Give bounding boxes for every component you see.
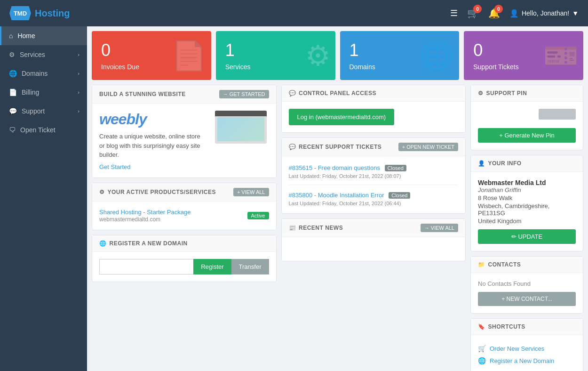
sidebar-label-open-ticket: Open Ticket [20,126,56,134]
contacts-body: No Contacts Found + NEW CONTACT... [471,273,583,313]
sidebar-item-billing[interactable]: 📄 Billing › [0,83,87,102]
logo-badge: TMD [9,6,31,20]
info-address2: Wisbech, Cambridgeshire, PE131SG [478,202,576,217]
support-pin-body: ●●●●● + Generate New Pin [471,102,583,150]
tickets-panel-body: #835615 - Free domain questions Closed L… [282,156,466,213]
billing-icon: 📄 [9,89,17,96]
hamburger-icon[interactable]: ☰ [450,8,458,18]
service-row: Shared Hosting - Starter Package webmast… [99,209,269,223]
active-services-body: Shared Hosting - Starter Package webmast… [92,202,276,230]
stat-card-domains[interactable]: 1 Domains 🌐 [340,31,460,80]
ticket-link-1[interactable]: #835615 - Free domain questions Closed [289,164,406,171]
sidebar-label-support: Support [22,107,45,115]
control-panel-login-button[interactable]: Log in (webmastermedialtd.com) [289,109,395,125]
stat-card-tickets[interactable]: 0 Support Tickets 🎫 [464,31,583,80]
sidebar-item-support[interactable]: 💬 Support › [0,102,87,121]
open-ticket-icon: 🗨 [9,126,16,134]
domains-icon: 🌐 [9,70,17,77]
main-layout: ⌂ Home ⚙ Services › 🌐 Domains › 📄 Billin… [0,26,588,371]
domain-register-title: 🌐 REGISTER A NEW DOMAIN [99,240,188,247]
weebly-panel-header: BUILD A STUNNING WEBSITE → GET STARTED [92,85,276,104]
sidebar-item-open-ticket[interactable]: 🗨 Open Ticket [0,121,87,139]
sidebar-label-home: Home [17,32,35,40]
nav-right: ☰ 🛒 0 🔔 0 👤 Hello, Jonathan! ▼ [450,8,579,19]
service-link[interactable]: Shared Hosting - Starter Package [99,209,191,216]
weebly-description: Create a unique website, online store or… [99,132,206,160]
open-new-ticket-button[interactable]: + OPEN NEW TICKET [398,143,458,151]
your-info-body: Webmaster Media Ltd Jonathan Griffin 8 R… [471,172,583,251]
weebly-panel-title: BUILD A STUNNING WEBSITE [99,91,186,97]
domain-input[interactable] [99,259,193,274]
ticket-badge-2: Closed [389,192,410,199]
domain-register-panel: 🌐 REGISTER A NEW DOMAIN Register Transfe… [92,235,277,282]
ticket-item-2: #835800 - Moodle Installation Error Clos… [289,191,459,206]
weebly-mock-screen [217,117,264,141]
invoices-bg-icon: 📄 [171,39,207,73]
sidebar-item-services[interactable]: ⚙ Services › [0,45,87,64]
domain-register-body: Register Transfer [92,252,276,282]
sidebar: ⌂ Home ⚙ Services › 🌐 Domains › 📄 Billin… [0,26,87,371]
support-pin-panel: ⚙ SUPPORT PIN ●●●●● + Generate New Pin [470,85,583,150]
control-panel-body: Log in (webmastermedialtd.com) [282,102,466,132]
info-company: Webmaster Media Ltd [478,179,576,186]
services-panel-icon: ⚙ [99,189,105,195]
weebly-get-started-button[interactable]: → GET STARTED [219,90,269,98]
sidebar-item-home[interactable]: ⌂ Home [0,26,87,45]
cart-button[interactable]: 🛒 0 [467,8,479,19]
domain-register-header: 🌐 REGISTER A NEW DOMAIN [92,235,276,252]
ticket-link-2[interactable]: #835800 - Moodle Installation Error Clos… [289,192,411,199]
billing-arrow-icon: › [78,89,79,95]
sidebar-item-domains[interactable]: 🌐 Domains › [0,64,87,83]
your-info-panel: 👤 YOUR INFO Webmaster Media Ltd Jonathan… [470,155,583,251]
ticket-item-1: #835615 - Free domain questions Closed L… [289,163,459,185]
ticket-badge-1: Closed [385,165,406,171]
middle-column: 💬 CONTROL PANEL ACCESS Log in (webmaster… [281,85,466,371]
stat-card-invoices[interactable]: 0 Invoices Due 📄 [92,31,211,80]
support-pin-icon: ⚙ [478,90,484,97]
weebly-panel: BUILD A STUNNING WEBSITE → GET STARTED w… [92,85,277,178]
logo-tmd: TMD [14,10,27,17]
main-three-col: BUILD A STUNNING WEBSITE → GET STARTED w… [92,85,583,371]
domain-transfer-button[interactable]: Transfer [231,259,269,274]
tickets-icon: 💬 [289,144,296,150]
service-status-badge: Active [247,212,269,219]
user-greeting: Hello, Jonathan! [522,9,569,17]
bell-button[interactable]: 🔔 0 [488,8,500,19]
cart-shortcut-icon: 🛒 [478,345,486,352]
active-services-panel: ⚙ YOUR ACTIVE PRODUCTS/SERVICES + VIEW A… [92,183,277,230]
tickets-bg-icon: 🎫 [543,39,579,73]
generate-pin-button[interactable]: + Generate New Pin [478,128,576,143]
control-panel-header: 💬 CONTROL PANEL ACCESS [282,85,466,102]
user-menu[interactable]: 👤 Hello, Jonathan! ▼ [509,9,579,18]
update-info-button[interactable]: ✏ UPDATE [478,229,576,244]
bell-badge: 0 [494,5,503,13]
shortcut-logout[interactable]: ← Logout [478,367,576,371]
active-services-title: ⚙ YOUR ACTIVE PRODUCTS/SERVICES [99,189,216,195]
contacts-icon: 📁 [478,261,485,268]
news-icon: 📰 [289,225,296,231]
your-info-icon: 👤 [478,160,485,167]
shortcut-register-domain[interactable]: 🌐 Register a New Domain [478,355,576,367]
info-country: United Kingdom [478,218,576,225]
info-address1: 8 Rose Walk [478,194,576,202]
news-view-all-button[interactable]: → VIEW ALL [421,224,458,232]
new-contact-button[interactable]: + NEW CONTACT... [478,292,576,306]
stat-cards: 0 Invoices Due 📄 1 Services ⚙ 1 Domains … [92,31,583,80]
weebly-logo: weebly [99,111,206,128]
weebly-text: weebly Create a unique website, online s… [99,111,206,170]
shortcuts-header: 🔖 SHORTCUTS [471,319,583,335]
no-contacts-msg: No Contacts Found [478,280,576,287]
stat-card-services[interactable]: 1 Services ⚙ [216,31,335,80]
sidebar-label-services: Services [20,51,45,58]
sidebar-label-domains: Domains [22,70,48,77]
home-icon: ⌂ [9,32,13,40]
content-area: 0 Invoices Due 📄 1 Services ⚙ 1 Domains … [87,26,588,371]
dropdown-icon: ▼ [572,9,579,17]
weebly-link[interactable]: Get Started [99,163,206,170]
shortcut-order-services[interactable]: 🛒 Order New Services [478,342,576,355]
shortcuts-body: 🛒 Order New Services 🌐 Register a New Do… [471,335,583,371]
domain-register-button[interactable]: Register [193,259,231,274]
top-navbar: TMD Hosting ☰ 🛒 0 🔔 0 👤 Hello, Jonathan!… [0,0,588,26]
sidebar-label-billing: Billing [22,89,39,96]
view-all-services-button[interactable]: + VIEW ALL [233,188,269,196]
